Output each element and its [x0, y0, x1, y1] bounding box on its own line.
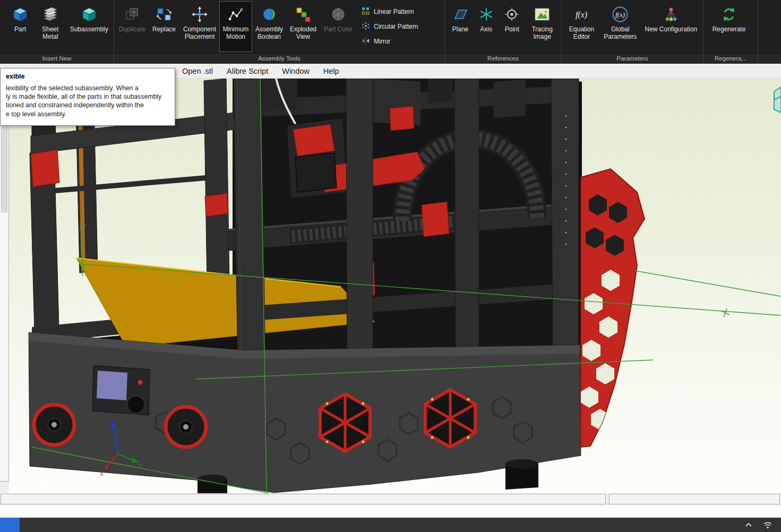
ribbon-button-assembly-boolean[interactable]: Assembly Boolean: [253, 1, 286, 52]
svg-text:Y: Y: [139, 464, 143, 469]
button-label: Part: [14, 25, 26, 33]
ribbon-button-global-parameters[interactable]: f(x) Global Parameters: [600, 1, 641, 52]
ribbon-button-component-placement[interactable]: Component Placement: [181, 1, 219, 52]
duplicate-icon: [124, 5, 140, 24]
menu-alibre-script[interactable]: Alibre Script: [220, 67, 275, 75]
button-label: Equation Editor: [569, 25, 594, 41]
svg-text:f(x): f(x): [615, 11, 625, 19]
svg-text:Z: Z: [109, 414, 113, 419]
button-label: Subassembly: [70, 25, 108, 33]
button-label: Minimum Motion: [223, 25, 249, 41]
button-label: Duplicate: [119, 25, 145, 33]
menu-help[interactable]: Help: [316, 67, 346, 75]
chevron-up-icon[interactable]: [745, 522, 752, 527]
button-label: Assembly Boolean: [255, 25, 283, 41]
ribbon-button-plane[interactable]: Plane: [448, 1, 473, 52]
point-icon: [504, 5, 520, 24]
ribbon-group-assembly-tools: Duplicate Replace: [114, 0, 445, 53]
tooltip-line: ly is made flexible, all of the parts in…: [6, 92, 169, 101]
group-label-references: References: [445, 54, 562, 64]
menu-window[interactable]: Window: [275, 67, 316, 75]
new-configuration-icon: [663, 5, 680, 24]
ribbon-button-part-color[interactable]: Part Color: [321, 1, 356, 52]
ribbon-button-subassembly[interactable]: Subassembly: [67, 1, 111, 52]
ribbon-button-minimum-motion[interactable]: Minimum Motion: [219, 1, 252, 52]
plane-icon: [452, 5, 469, 24]
status-field-left: [1, 494, 606, 504]
tooltip-line: tioned and constrained independently wit…: [6, 101, 169, 109]
ribbon-button-axis[interactable]: Axis: [474, 1, 499, 52]
button-label: Exploded View: [290, 25, 316, 41]
tooltip-line: lexibility of the selected subassembly. …: [6, 84, 169, 92]
equation-editor-icon: f(x): [572, 5, 590, 24]
replace-icon: [156, 5, 172, 24]
ribbon-button-equation-editor[interactable]: f(x) Equation Editor: [564, 1, 599, 52]
network-icon[interactable]: [763, 521, 773, 529]
sheet-metal-icon: [42, 5, 59, 24]
tracing-image-icon: [534, 5, 551, 24]
circular-pattern-icon: [362, 22, 370, 32]
ribbon-button-new-configuration[interactable]: New Configuration: [642, 1, 700, 52]
mirror-icon: [362, 37, 370, 47]
ribbon-button-duplicate[interactable]: Duplicate: [117, 1, 148, 52]
ribbon-group-regenerate: Regenerate: [703, 0, 758, 53]
ribbon-button-mirror[interactable]: Mirror: [362, 37, 418, 47]
ribbon-button-point[interactable]: Point: [500, 1, 525, 52]
minimum-motion-icon: [228, 5, 244, 24]
ribbon-button-replace[interactable]: Replace: [149, 1, 179, 52]
tooltip-title: exible: [6, 73, 169, 80]
ribbon-button-exploded-view[interactable]: Exploded View: [287, 1, 320, 52]
global-parameters-icon: f(x): [611, 5, 629, 24]
status-bar: [0, 493, 781, 505]
accent-block[interactable]: [0, 518, 20, 532]
button-label: Regenerate: [713, 25, 746, 33]
button-label: Plane: [452, 25, 469, 33]
tooltip-make-flexible: exible lexibility of the selected subass…: [0, 68, 175, 126]
ribbon-button-linear-pattern[interactable]: Linear Pattern: [362, 7, 418, 17]
button-label: Point: [505, 25, 519, 33]
button-label: Mirror: [374, 38, 390, 45]
button-label: Part Color: [324, 25, 353, 33]
ribbon-button-sheet-metal[interactable]: Sheet Metal: [35, 1, 66, 52]
part-icon: [12, 5, 28, 24]
ribbon-button-regenerate[interactable]: Regenerate: [706, 1, 752, 52]
subassembly-icon: [81, 5, 97, 24]
scrollbar-thumb[interactable]: [1, 123, 7, 212]
component-placement-icon: [192, 5, 208, 24]
ribbon-button-part[interactable]: Part: [7, 1, 33, 52]
svg-text:X: X: [100, 471, 104, 477]
svg-text:f(x): f(x): [576, 10, 587, 20]
ribbon-button-circular-pattern[interactable]: Circular Pattern: [362, 22, 418, 32]
button-label: Axis: [480, 25, 492, 33]
lower-spacer: [0, 505, 781, 518]
group-label-regenerate: Regenera...: [703, 54, 758, 64]
ribbon-empty-space: [758, 0, 781, 53]
group-label-assembly-tools: Assembly Tools: [114, 54, 445, 64]
button-label: New Configuration: [645, 25, 698, 33]
button-label: Linear Pattern: [374, 8, 414, 15]
ribbon-button-tracing-image[interactable]: Tracing Image: [526, 1, 559, 52]
status-field-right: [609, 494, 780, 504]
axis-icon: [478, 5, 494, 24]
ribbon-group-parameters: f(x) Equation Editor f(x) Global Paramet…: [562, 0, 703, 53]
button-label: Replace: [152, 25, 176, 33]
group-label-empty: [758, 54, 781, 64]
tray-icons: [745, 521, 781, 529]
left-scrollbar[interactable]: [0, 122, 9, 494]
button-label: Component Placement: [183, 25, 216, 41]
application-window: Part Sheet Metal: [0, 0, 781, 532]
ribbon: Part Sheet Metal: [0, 0, 781, 53]
exploded-view-icon: [295, 5, 311, 24]
scrollbar-end-box: [0, 481, 9, 494]
bottom-bar: [0, 518, 781, 532]
ribbon-group-references: Plane Axis: [445, 0, 562, 53]
regenerate-icon: [721, 5, 737, 24]
group-label-insert-new: Insert New: [0, 54, 114, 64]
ribbon-group-insert-new: Part Sheet Metal: [0, 0, 114, 53]
button-label: Circular Pattern: [374, 23, 418, 30]
group-label-parameters: Parameters: [562, 54, 703, 64]
view-cube: [774, 87, 781, 113]
button-label: Tracing Image: [531, 25, 553, 41]
viewport-canvas[interactable]: Z Y X: [0, 79, 781, 493]
menu-open-stl[interactable]: Open .stl: [175, 67, 220, 75]
